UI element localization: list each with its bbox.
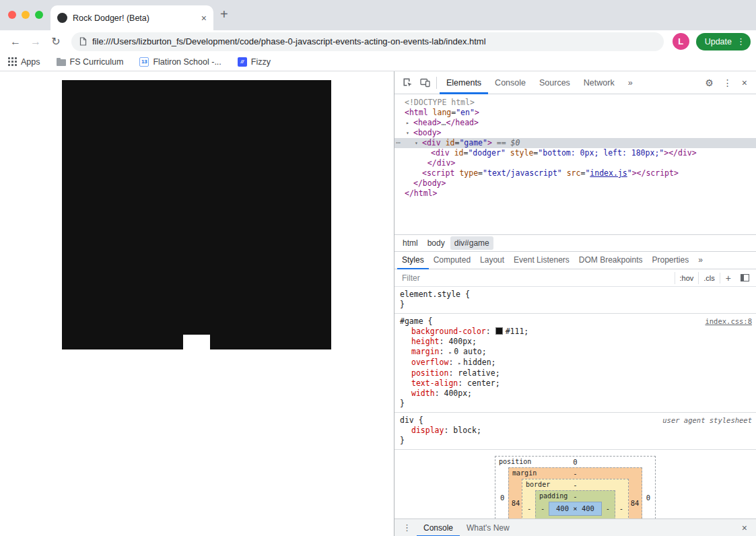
tab-favicon-icon [57,13,67,23]
close-window-button[interactable] [8,11,16,19]
bookmark-fs-curriculum[interactable]: FS Curriculum [57,57,124,67]
settings-gear-icon[interactable]: ⚙ [700,77,718,88]
collapsed-arrow-icon[interactable]: ▸ [406,118,413,128]
update-button[interactable]: Update ⋮ [696,33,751,51]
css-declaration[interactable]: text-align: center; [400,378,752,389]
devtools-close-icon[interactable]: × [737,77,752,88]
devtools-more-tabs-icon[interactable]: » [621,71,640,94]
devtools-tab-console[interactable]: Console [488,71,532,94]
page-content [0,71,394,536]
css-declaration[interactable]: width: 400px; [400,389,752,399]
browser-menu-icon[interactable]: ⋮ [736,36,745,46]
code-token: : [440,347,449,356]
toggle-element-state-button[interactable]: :hov [675,272,699,284]
dom-tree-node[interactable]: </div> [394,158,756,168]
devtools-tab-sources[interactable]: Sources [532,71,577,94]
css-declaration[interactable]: margin: ▸0 auto; [400,347,752,358]
dom-tree-node[interactable]: </html> [394,189,756,199]
css-property-value: center; [467,378,500,388]
tab-close-icon[interactable]: × [201,13,207,24]
more-styles-tabs-icon[interactable]: » [693,251,708,269]
devtools-tab-network[interactable]: Network [577,71,621,94]
tab-event-listeners[interactable]: Event Listeners [509,251,574,269]
code-token: : [458,378,467,388]
bookmark-fizzy[interactable]: // Fizzy [238,57,271,67]
css-property-value: block; [453,426,481,435]
console-drawer: ⋮ Console What's New × [394,518,756,536]
css-declaration[interactable]: position: relative; [400,368,752,378]
inspect-element-icon[interactable] [399,74,416,92]
css-rule-close: } [400,300,752,310]
resource-link[interactable]: index.js [590,168,627,178]
code-token: id [450,148,464,158]
styles-filter-input[interactable] [401,273,675,283]
tab-computed[interactable]: Computed [429,251,475,269]
breadcrumb-div-game[interactable]: div#game [450,236,493,250]
css-declaration[interactable]: height: 400px; [400,337,752,347]
devtools-menu-icon[interactable]: ⋮ [718,77,737,88]
styles-filter-bar: :hov .cls + [394,269,756,287]
breadcrumb-html[interactable]: html [399,236,422,250]
new-tab-button[interactable]: + [220,7,228,22]
drawer-tab-console[interactable]: Console [417,519,460,536]
devtools-tab-elements[interactable]: Elements [440,71,488,94]
tab-styles[interactable]: Styles [397,251,429,269]
browser-tab[interactable]: Rock Dodger! (Beta) × [50,5,213,30]
address-bar[interactable]: file:///Users/lizburton_fs/Development/c… [71,32,664,51]
tab-properties[interactable]: Properties [648,251,694,269]
code-token: ></script> [632,168,679,178]
window-controls [8,11,43,19]
bookmark-label: Flatiron School -... [153,57,221,67]
drawer-tab-whats-new[interactable]: What's New [460,519,516,536]
code-token: <script [422,168,454,178]
css-selector[interactable]: div { [400,415,423,426]
expanded-arrow-icon[interactable]: ▾ [415,138,422,148]
code-token: style [506,148,534,158]
box-model-content[interactable]: 400 × 400 [549,502,602,516]
margin-label: margin [512,468,537,479]
css-selector[interactable]: element.style { [400,290,470,300]
expand-shorthand-icon[interactable]: ▸ [448,349,452,356]
drawer-close-icon[interactable]: × [736,523,753,533]
toggle-sidebar-icon[interactable] [741,274,749,281]
color-swatch[interactable] [495,327,503,335]
node-more-actions-icon[interactable]: ⋯ [396,138,400,148]
css-declaration[interactable]: display: block; [400,426,752,436]
zoom-window-button[interactable] [35,11,43,19]
profile-avatar[interactable]: L [673,33,689,50]
stylesheet-link[interactable]: index.css:8 [705,316,752,327]
dom-tree-node[interactable]: <html lang="en"> [394,108,756,118]
css-property-name: margin [411,347,440,356]
css-declaration[interactable]: background-color: #111; [400,327,752,337]
dom-tree-node[interactable]: <div id="dodger" style="bottom: 0px; lef… [394,148,756,158]
css-selector[interactable]: #game { [400,316,432,327]
drawer-menu-icon[interactable]: ⋮ [397,523,417,533]
bookmark-flatiron-school[interactable]: 13 Flatiron School -... [139,57,221,67]
tab-layout[interactable]: Layout [475,251,509,269]
code-token: "dodger" [468,148,505,158]
back-button[interactable]: ← [5,32,26,51]
device-toolbar-icon[interactable] [416,74,434,92]
code-token: <body> [413,128,442,137]
forward-button[interactable]: → [26,32,46,51]
bookmark-apps[interactable]: Apps [8,57,40,67]
folder-icon [57,59,66,66]
dom-tree-node[interactable]: <script type="text/javascript" src="inde… [394,168,756,178]
code-token: </head> [446,118,478,127]
code-token: ></div> [664,148,696,158]
reload-button[interactable]: ↻ [46,32,66,51]
dom-tree-node[interactable]: ⋯▾<div id="game"> == $0 [394,138,756,148]
css-declaration[interactable]: overflow: ▸hidden; [400,358,752,368]
expanded-arrow-icon[interactable]: ▾ [406,128,413,138]
tab-dom-breakpoints[interactable]: DOM Breakpoints [574,251,648,269]
breadcrumb-body[interactable]: body [423,236,449,250]
dom-tree-node[interactable]: <!DOCTYPE html> [394,98,756,108]
dom-tree-node[interactable]: </body> [394,178,756,189]
dom-tree-node[interactable]: ▾<body> [394,128,756,138]
expand-shorthand-icon[interactable]: ▸ [458,360,461,366]
new-style-rule-button[interactable]: + [720,273,736,283]
dom-tree-node[interactable]: ▸<head>…</head> [394,118,756,128]
code-token: </body> [413,178,446,188]
element-classes-button[interactable]: .cls [698,272,720,284]
minimize-window-button[interactable] [22,11,30,19]
